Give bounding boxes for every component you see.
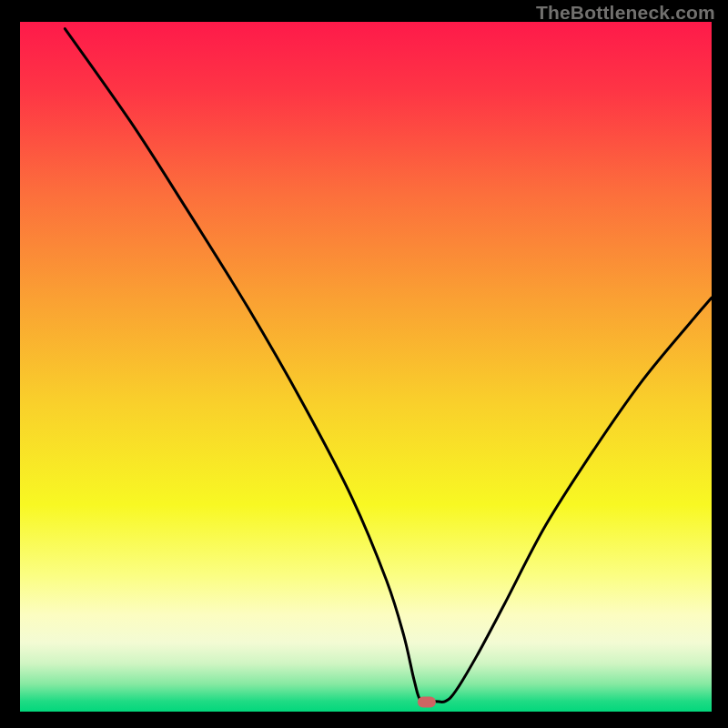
bottleneck-plot (20, 22, 712, 712)
gradient-background (20, 22, 712, 712)
watermark-text: TheBottleneck.com (536, 2, 715, 24)
chart-container: TheBottleneck.com (0, 0, 728, 728)
optimum-marker (418, 696, 436, 707)
